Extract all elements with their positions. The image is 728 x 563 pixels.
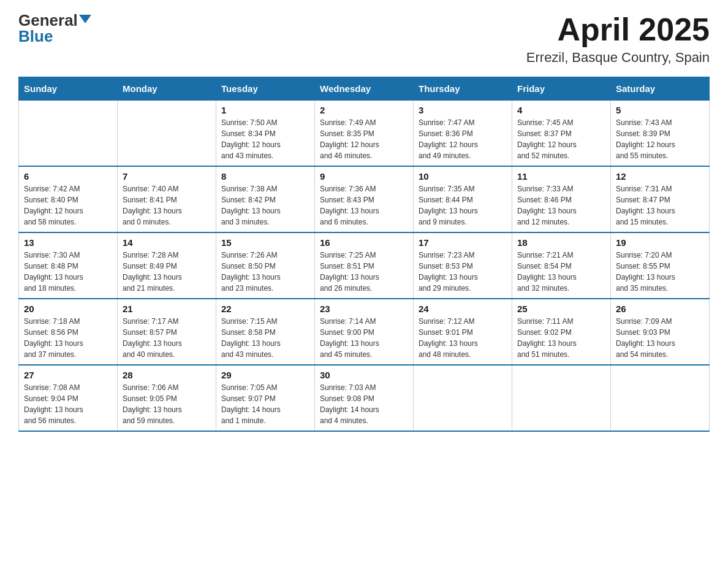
day-cell: 2Sunrise: 7:49 AM Sunset: 8:35 PM Daylig…: [315, 101, 414, 167]
day-number: 26: [616, 304, 704, 314]
day-number: 29: [221, 370, 309, 380]
day-cell: [19, 101, 118, 167]
day-number: 21: [123, 304, 211, 314]
day-cell: 16Sunrise: 7:25 AM Sunset: 8:51 PM Dayli…: [315, 232, 414, 299]
day-number: 6: [24, 171, 112, 182]
day-cell: 23Sunrise: 7:14 AM Sunset: 9:00 PM Dayli…: [315, 299, 414, 365]
day-cell: 3Sunrise: 7:47 AM Sunset: 8:36 PM Daylig…: [414, 101, 512, 167]
day-info: Sunrise: 7:26 AM Sunset: 8:50 PM Dayligh…: [221, 250, 309, 294]
day-info: Sunrise: 7:11 AM Sunset: 9:02 PM Dayligh…: [517, 316, 605, 360]
day-info: Sunrise: 7:28 AM Sunset: 8:49 PM Dayligh…: [123, 250, 211, 294]
day-cell: [118, 101, 216, 167]
day-info: Sunrise: 7:21 AM Sunset: 8:54 PM Dayligh…: [517, 250, 605, 294]
day-cell: 26Sunrise: 7:09 AM Sunset: 9:03 PM Dayli…: [611, 299, 710, 365]
day-number: 3: [419, 105, 507, 115]
logo-general-text: General: [18, 12, 78, 28]
logo-triangle-icon: [79, 15, 91, 23]
day-cell: 21Sunrise: 7:17 AM Sunset: 8:57 PM Dayli…: [118, 299, 216, 365]
day-number: 27: [24, 370, 112, 380]
day-number: 30: [320, 370, 408, 380]
calendar-body: 1Sunrise: 7:50 AM Sunset: 8:34 PM Daylig…: [19, 101, 710, 432]
day-cell: [611, 365, 710, 431]
day-info: Sunrise: 7:50 AM Sunset: 8:34 PM Dayligh…: [221, 117, 309, 161]
day-cell: 5Sunrise: 7:43 AM Sunset: 8:39 PM Daylig…: [611, 101, 710, 167]
day-cell: 9Sunrise: 7:36 AM Sunset: 8:43 PM Daylig…: [315, 166, 414, 232]
day-info: Sunrise: 7:35 AM Sunset: 8:44 PM Dayligh…: [419, 183, 507, 228]
day-number: 25: [517, 304, 605, 314]
day-cell: 1Sunrise: 7:50 AM Sunset: 8:34 PM Daylig…: [216, 101, 315, 167]
day-cell: [512, 365, 611, 431]
day-info: Sunrise: 7:08 AM Sunset: 9:04 PM Dayligh…: [24, 382, 112, 426]
day-number: 10: [419, 171, 507, 182]
day-cell: 27Sunrise: 7:08 AM Sunset: 9:04 PM Dayli…: [19, 365, 118, 431]
day-info: Sunrise: 7:25 AM Sunset: 8:51 PM Dayligh…: [320, 250, 408, 294]
calendar-header: SundayMondayTuesdayWednesdayThursdayFrid…: [19, 77, 710, 101]
day-number: 18: [517, 237, 605, 248]
day-info: Sunrise: 7:14 AM Sunset: 9:00 PM Dayligh…: [320, 316, 408, 360]
day-cell: 25Sunrise: 7:11 AM Sunset: 9:02 PM Dayli…: [512, 299, 611, 365]
day-cell: [414, 365, 512, 431]
day-info: Sunrise: 7:09 AM Sunset: 9:03 PM Dayligh…: [616, 316, 704, 360]
day-number: 8: [221, 171, 309, 182]
day-cell: 19Sunrise: 7:20 AM Sunset: 8:55 PM Dayli…: [611, 232, 710, 299]
day-cell: 8Sunrise: 7:38 AM Sunset: 8:42 PM Daylig…: [216, 166, 315, 232]
day-info: Sunrise: 7:03 AM Sunset: 9:08 PM Dayligh…: [320, 382, 408, 426]
day-info: Sunrise: 7:30 AM Sunset: 8:48 PM Dayligh…: [24, 250, 112, 294]
header-cell-wednesday: Wednesday: [315, 77, 414, 101]
day-info: Sunrise: 7:40 AM Sunset: 8:41 PM Dayligh…: [123, 183, 211, 228]
day-cell: 13Sunrise: 7:30 AM Sunset: 8:48 PM Dayli…: [19, 232, 118, 299]
logo-blue-text: Blue: [18, 27, 53, 45]
day-cell: 30Sunrise: 7:03 AM Sunset: 9:08 PM Dayli…: [315, 365, 414, 431]
day-cell: 12Sunrise: 7:31 AM Sunset: 8:47 PM Dayli…: [611, 166, 710, 232]
page-header: General Blue April 2025 Errezil, Basque …: [18, 12, 710, 66]
week-row-4: 20Sunrise: 7:18 AM Sunset: 8:56 PM Dayli…: [19, 299, 710, 365]
day-info: Sunrise: 7:38 AM Sunset: 8:42 PM Dayligh…: [221, 183, 309, 228]
day-cell: 29Sunrise: 7:05 AM Sunset: 9:07 PM Dayli…: [216, 365, 315, 431]
day-info: Sunrise: 7:18 AM Sunset: 8:56 PM Dayligh…: [24, 316, 112, 360]
day-number: 28: [123, 370, 211, 380]
day-info: Sunrise: 7:36 AM Sunset: 8:43 PM Dayligh…: [320, 183, 408, 228]
day-number: 14: [123, 237, 211, 248]
day-number: 1: [221, 105, 309, 115]
day-cell: 11Sunrise: 7:33 AM Sunset: 8:46 PM Dayli…: [512, 166, 611, 232]
day-number: 7: [123, 171, 211, 182]
day-info: Sunrise: 7:17 AM Sunset: 8:57 PM Dayligh…: [123, 316, 211, 360]
day-info: Sunrise: 7:43 AM Sunset: 8:39 PM Dayligh…: [616, 117, 704, 161]
day-number: 5: [616, 105, 704, 115]
day-info: Sunrise: 7:33 AM Sunset: 8:46 PM Dayligh…: [517, 183, 605, 228]
logo: General Blue: [18, 12, 91, 44]
header-cell-saturday: Saturday: [611, 77, 710, 101]
header-cell-monday: Monday: [118, 77, 216, 101]
calendar-title: April 2025: [526, 12, 710, 47]
day-cell: 18Sunrise: 7:21 AM Sunset: 8:54 PM Dayli…: [512, 232, 611, 299]
day-info: Sunrise: 7:06 AM Sunset: 9:05 PM Dayligh…: [123, 382, 211, 426]
day-cell: 20Sunrise: 7:18 AM Sunset: 8:56 PM Dayli…: [19, 299, 118, 365]
day-number: 17: [419, 237, 507, 248]
day-number: 16: [320, 237, 408, 248]
day-cell: 28Sunrise: 7:06 AM Sunset: 9:05 PM Dayli…: [118, 365, 216, 431]
day-cell: 17Sunrise: 7:23 AM Sunset: 8:53 PM Dayli…: [414, 232, 512, 299]
header-cell-thursday: Thursday: [414, 77, 512, 101]
day-info: Sunrise: 7:12 AM Sunset: 9:01 PM Dayligh…: [419, 316, 507, 360]
day-cell: 15Sunrise: 7:26 AM Sunset: 8:50 PM Dayli…: [216, 232, 315, 299]
day-number: 2: [320, 105, 408, 115]
day-info: Sunrise: 7:31 AM Sunset: 8:47 PM Dayligh…: [616, 183, 704, 228]
header-cell-tuesday: Tuesday: [216, 77, 315, 101]
calendar-location: Errezil, Basque Country, Spain: [526, 50, 710, 66]
day-number: 4: [517, 105, 605, 115]
day-cell: 7Sunrise: 7:40 AM Sunset: 8:41 PM Daylig…: [118, 166, 216, 232]
header-cell-sunday: Sunday: [19, 77, 118, 101]
day-info: Sunrise: 7:49 AM Sunset: 8:35 PM Dayligh…: [320, 117, 408, 161]
day-cell: 4Sunrise: 7:45 AM Sunset: 8:37 PM Daylig…: [512, 101, 611, 167]
header-cell-friday: Friday: [512, 77, 611, 101]
day-number: 9: [320, 171, 408, 182]
day-number: 13: [24, 237, 112, 248]
day-info: Sunrise: 7:23 AM Sunset: 8:53 PM Dayligh…: [419, 250, 507, 294]
week-row-5: 27Sunrise: 7:08 AM Sunset: 9:04 PM Dayli…: [19, 365, 710, 431]
title-area: April 2025 Errezil, Basque Country, Spai…: [526, 12, 710, 66]
day-number: 20: [24, 304, 112, 314]
day-cell: 10Sunrise: 7:35 AM Sunset: 8:44 PM Dayli…: [414, 166, 512, 232]
week-row-1: 1Sunrise: 7:50 AM Sunset: 8:34 PM Daylig…: [19, 101, 710, 167]
day-number: 15: [221, 237, 309, 248]
day-info: Sunrise: 7:45 AM Sunset: 8:37 PM Dayligh…: [517, 117, 605, 161]
